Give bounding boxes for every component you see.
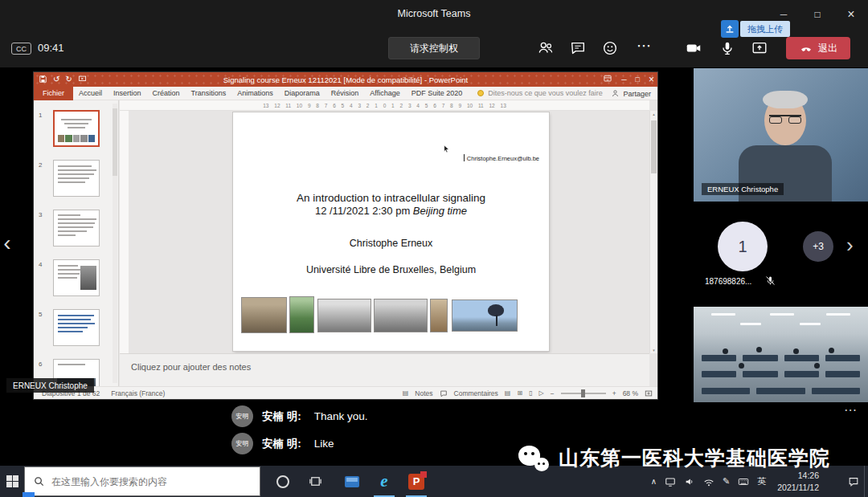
cortana-button[interactable] [267,466,299,497]
view-reading-icon[interactable]: ▯ [529,389,532,397]
ribbon-tab-animations[interactable]: Animations [231,89,279,97]
ribbon-options-icon[interactable] [603,72,612,87]
slide-photo-townhall [241,297,287,333]
chat-more-options-icon[interactable]: ⋯ [844,402,858,418]
notes-toggle[interactable]: Notes [415,389,432,397]
leave-meeting-button[interactable]: 退出 [786,37,850,59]
chevron-right-icon[interactable]: › [846,233,854,257]
start-button[interactable] [0,466,24,497]
comments-toggle[interactable]: Commentaires [454,389,498,397]
ribbon-tab-transitions[interactable]: Transitions [186,89,232,97]
network-tray-icon[interactable] [703,476,714,487]
more-actions-icon[interactable]: ⋯ [637,37,652,55]
windows-logo-icon [6,475,18,487]
view-sorter-icon[interactable]: ⊞ [517,389,522,397]
language-indicator[interactable]: Français (France) [111,389,165,397]
participants-icon[interactable] [537,39,555,57]
ribbon-tab-insertion[interactable]: Insertion [108,89,147,97]
slideshow-icon[interactable] [78,72,87,87]
display-tray-icon[interactable] [665,476,676,487]
tray-expand-icon[interactable]: ∧ [651,477,657,486]
chat-sender-name: 安楠 明: [262,409,301,424]
tell-me-box[interactable]: Dites-nous ce que vous voulez faire [477,89,603,97]
task-view-button[interactable] [299,466,331,497]
share-label: Partager [623,90,651,98]
zoom-slider[interactable] [561,393,606,394]
share-screen-icon[interactable] [751,39,768,57]
ribbon-tab-pdf-suite[interactable]: PDF Suite 2020 [406,89,469,97]
show-desktop-button[interactable] [864,466,868,497]
notes-placeholder: Cliquez pour ajouter des notes [131,362,251,372]
teams-window: Microsoft Teams ─ □ × 拖拽上传 CC 09:41 请求控制… [0,0,868,497]
participant-avatar[interactable]: 1 [718,222,768,271]
scrollbar-thumb[interactable] [651,120,657,173]
reactions-icon[interactable] [601,39,619,57]
search-input[interactable] [51,476,252,487]
powerpoint-status-bar: Diapositive 1 de 62 Français (France) ▤ … [34,386,657,399]
zoom-out-button[interactable]: − [551,389,555,397]
ribbon-tab-accueil[interactable]: Accueil [73,89,108,97]
thumbnail-slide-4[interactable]: 4 [34,258,118,308]
ribbon-tab-revision[interactable]: Révision [326,89,365,97]
thumbnail-slide-1[interactable]: 1 [34,108,118,158]
thumbnail-slide-2[interactable]: 2 [34,158,118,208]
taskbar-app-window[interactable] [336,466,368,497]
taskbar-app-internet-explorer[interactable]: e [368,466,400,497]
glasses [769,115,801,123]
undo-icon[interactable]: ↺ [53,75,59,84]
classroom-video-tile[interactable] [694,307,868,402]
thumbnail-number: 2 [39,161,42,169]
slide-scrollbar[interactable]: ▴ ▾ [649,111,657,353]
hangup-icon [799,41,813,55]
zoom-slider-thumb[interactable] [581,389,585,397]
slide-canvas[interactable]: Christophe.Erneux@ulb.be An introduction… [233,112,549,351]
ribbon-tab-affichage[interactable]: Affichage [364,89,405,97]
lightbulb-icon [477,90,484,96]
chat-message: 安明 安楠 明: Thank you. [231,405,368,427]
thumbnail-slide-5[interactable]: 5 [34,308,118,357]
ppt-close-button[interactable]: × [649,74,654,85]
zoom-level[interactable]: 68 % [623,389,638,397]
ribbon-tab-creation[interactable]: Création [147,89,186,97]
save-icon[interactable] [39,72,47,87]
close-button[interactable]: × [834,0,868,29]
share-button[interactable]: Partager [611,87,651,100]
captions-badge[interactable]: CC [11,43,31,55]
thumbnail-number: 1 [39,112,42,119]
view-slideshow-icon[interactable]: ▷ [539,389,544,397]
view-normal-icon[interactable]: ▤ [505,389,511,397]
notes-pane[interactable]: Cliquez pour ajouter des notes [120,353,649,386]
powerpoint-title-bar: ↺ ↻ Signaling course Erneux 12112021 [Mo… [34,72,657,87]
keyboard-tray-icon[interactable] [738,476,749,487]
taskbar-app-powerpoint[interactable]: P [400,466,432,497]
redo-icon[interactable]: ↻ [65,75,72,84]
ppt-minimize-button[interactable]: ─ [621,75,626,84]
chat-icon[interactable] [569,39,587,57]
maximize-button[interactable]: □ [800,0,834,29]
pen-tray-icon[interactable]: ✎ [723,476,730,487]
powerpoint-window: ↺ ↻ Signaling course Erneux 12112021 [Mo… [34,72,657,399]
overflow-participants-badge[interactable]: +3 [803,231,833,262]
presenter-video-tile[interactable]: ERNEUX Christophe [694,68,868,202]
taskbar-search-box[interactable] [24,466,260,496]
ppt-maximize-button[interactable]: □ [636,75,640,84]
microphone-icon[interactable] [719,39,736,57]
thumbnail-scrollbar[interactable] [113,104,117,383]
thumbnail-number: 6 [39,361,42,368]
ribbon-tab-diaporama[interactable]: Diaporama [279,89,326,97]
scroll-up-icon[interactable]: ▴ [650,112,657,116]
avatar: 安明 [231,405,253,427]
action-center-icon[interactable] [848,476,859,487]
taskbar-clock[interactable]: 14:26 2021/11/12 [777,470,819,492]
request-control-button[interactable]: 请求控制权 [388,37,480,59]
thumbnail-slide-3[interactable]: 3 [34,208,118,258]
camera-icon[interactable] [685,39,702,57]
watermark-text: 山东第一医科大学基础医学院 [559,445,830,471]
volume-tray-icon[interactable] [684,476,695,487]
scroll-down-icon[interactable]: ▾ [650,348,657,352]
horizontal-ruler: 13 12 11 10 9 8 7 6 5 4 3 2 1 0 1 2 3 4 … [120,100,649,111]
ime-language-indicator[interactable]: 英 [757,475,766,487]
zoom-in-button[interactable]: + [612,389,616,397]
ribbon-tab-fichier[interactable]: Fichier [34,87,73,100]
chevron-left-icon[interactable]: ‹ [0,231,14,255]
